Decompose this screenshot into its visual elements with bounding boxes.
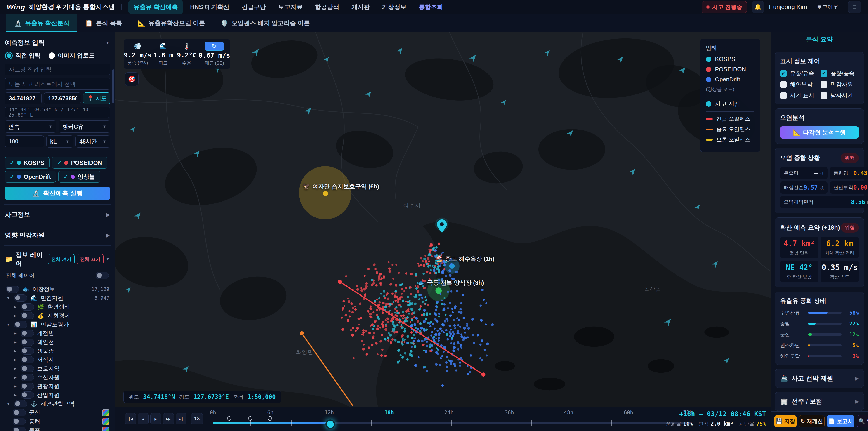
display-check-유향/유속[interactable]: ✓유향/유속 bbox=[780, 70, 818, 77]
layer-toggle[interactable] bbox=[21, 347, 34, 355]
layer-toggle[interactable] bbox=[6, 286, 19, 293]
layer-toggle[interactable] bbox=[21, 356, 34, 363]
playback-speed-button[interactable]: 1× bbox=[191, 413, 203, 425]
chevron-down-icon[interactable]: ▼ bbox=[6, 322, 11, 326]
owner-insurance-card[interactable]: 🏢 선주 / 보험 ▶ bbox=[775, 392, 864, 411]
layer-row-사회경제[interactable]: ▶💰사회경제 bbox=[4, 311, 110, 320]
all-layers-off-button[interactable]: 전체 끄기 bbox=[77, 254, 103, 264]
hamburger-menu-button[interactable]: ≡ bbox=[848, 1, 861, 13]
layer-toggle[interactable] bbox=[14, 400, 27, 407]
radio-direct-input[interactable]: 직접 입력 bbox=[5, 52, 40, 59]
chevron-right-icon[interactable]: ▶ bbox=[13, 305, 18, 309]
display-check-날짜시간[interactable]: 날짜시간 bbox=[820, 92, 859, 99]
layer-toggle[interactable] bbox=[13, 418, 26, 425]
layer-toggle[interactable] bbox=[21, 312, 34, 319]
duration-select[interactable]: 48시간 ▼ bbox=[75, 135, 110, 148]
transport-button-1[interactable]: ◀ bbox=[138, 413, 149, 425]
predict-section-header[interactable]: 예측정보 입력 ▼ bbox=[4, 37, 110, 49]
tab-오일펜스 배치 알고리즘 이론[interactable]: 🛡️오일펜스 배치 알고리즘 이론 bbox=[213, 14, 317, 32]
nav-item[interactable]: 통합조회 bbox=[414, 0, 448, 14]
layer-toggle[interactable] bbox=[21, 365, 34, 372]
model-chip-POSEIDON[interactable]: ✓POSEIDON bbox=[52, 157, 107, 168]
oil-type-select[interactable]: 벙커C유 ▼ bbox=[59, 120, 110, 133]
action-역추적[interactable]: 🔍역추적 bbox=[857, 415, 868, 427]
layer-toggle[interactable] bbox=[13, 427, 26, 431]
master-layer-toggle[interactable] bbox=[96, 272, 109, 279]
amount-input[interactable] bbox=[4, 135, 44, 147]
pick-on-map-button[interactable]: 📍 지도 bbox=[83, 92, 110, 104]
model-chip-OpenDrift[interactable]: ✓OpenDrift bbox=[4, 171, 56, 183]
layer-toggle[interactable] bbox=[14, 321, 27, 328]
nav-item[interactable]: 유출유 확산예측 bbox=[128, 0, 183, 14]
display-check-시간 표시[interactable]: 시간 표시 bbox=[780, 92, 818, 99]
display-check-해안부착[interactable]: 해안부착 bbox=[780, 81, 818, 88]
display-check-민감자원[interactable]: 민감자원 bbox=[820, 81, 859, 88]
transport-button-0[interactable]: |◀ bbox=[125, 413, 136, 425]
timeline-thumb[interactable] bbox=[326, 420, 335, 429]
sidebar-scrollbar[interactable] bbox=[112, 69, 114, 103]
layer-row-해안선[interactable]: ▶해안선 bbox=[4, 338, 110, 346]
incident-info-section[interactable]: 사고정보 ▶ bbox=[4, 209, 110, 220]
layer-row-군산[interactable]: 군산 bbox=[4, 408, 110, 417]
polygon-analysis-button[interactable]: 📐 다각형 분석수행 bbox=[780, 126, 859, 138]
chevron-right-icon[interactable]: ▶ bbox=[13, 314, 18, 318]
layer-row-생물종[interactable]: ▶생물종 bbox=[4, 346, 110, 355]
chevron-right-icon[interactable]: ▶ bbox=[13, 331, 18, 335]
chevron-right-icon[interactable]: ▶ bbox=[13, 358, 18, 362]
timeline-track[interactable] bbox=[213, 422, 692, 425]
nav-item[interactable]: 게시판 bbox=[346, 0, 375, 14]
display-check-풍향/풍속[interactable]: ✓풍향/풍속 bbox=[820, 70, 859, 77]
layer-row-수산자원[interactable]: ▶수산자원 bbox=[4, 373, 110, 382]
incident-active-badge[interactable]: 사고 진행중 bbox=[702, 1, 747, 13]
layer-row-해경관할구역[interactable]: ▼⚓해경관할구역 bbox=[4, 399, 110, 408]
action-저장[interactable]: 💾저장 bbox=[774, 415, 797, 427]
notifications-button[interactable]: 🔔 bbox=[752, 1, 764, 13]
transport-button-4[interactable]: ▶| bbox=[176, 413, 186, 425]
nav-item[interactable]: HNS·대기확산 bbox=[185, 0, 235, 14]
latitude-input[interactable] bbox=[4, 92, 41, 104]
action-보고서[interactable]: 📄보고서 bbox=[827, 415, 855, 427]
chevron-right-icon[interactable]: ▶ bbox=[13, 340, 18, 344]
layer-row-관광자원[interactable]: ▶관광자원 bbox=[4, 382, 110, 391]
layer-toggle[interactable] bbox=[21, 374, 34, 381]
logout-button[interactable]: 로그아웃 bbox=[812, 1, 843, 13]
layer-row-환경생태[interactable]: ▶🌿환경생태 bbox=[4, 302, 110, 311]
tab-유출유확산모델 이론[interactable]: 📐유출유확산모델 이론 bbox=[130, 14, 213, 32]
chevron-right-icon[interactable]: ▶ bbox=[13, 375, 18, 379]
layer-style-swatch[interactable] bbox=[102, 409, 110, 416]
tab-분석 목록[interactable]: 📋분석 목록 bbox=[77, 14, 129, 32]
chevron-right-icon[interactable]: ▶ bbox=[13, 367, 18, 371]
layer-row-민감도평가[interactable]: ▼📊민감도평가 bbox=[4, 320, 110, 329]
layer-row-보호지역[interactable]: ▶보호지역 bbox=[4, 364, 110, 373]
layer-row-어장정보[interactable]: 🐟어장정보17,129 bbox=[4, 285, 110, 294]
layer-row-민감자원[interactable]: ▼🌊민감자원3,947 bbox=[4, 294, 110, 302]
transport-button-2[interactable]: ▶ bbox=[150, 413, 161, 425]
analysis-summary-tab[interactable]: 분석 요약 bbox=[771, 32, 868, 47]
chevron-right-icon[interactable]: ▶ bbox=[13, 349, 18, 353]
layer-style-swatch[interactable] bbox=[102, 427, 110, 431]
chevron-down-icon[interactable]: ▼ bbox=[6, 296, 11, 300]
incident-name-input[interactable] bbox=[4, 63, 110, 75]
layer-toggle[interactable] bbox=[21, 339, 34, 346]
transport-button-3[interactable]: ▶▶ bbox=[163, 413, 174, 425]
layer-row-서식지[interactable]: ▶서식지 bbox=[4, 355, 110, 364]
vessel-spec-card[interactable]: 🚢 사고 선박 제원 ▶ bbox=[775, 369, 864, 388]
map-canvas[interactable]: 💨9.2 m/s풍속 (SW)🌊1.8 m파고🌡️9.2°C수온↻0.67 m/… bbox=[115, 32, 771, 407]
recenter-target-button[interactable]: 🎯 bbox=[125, 72, 138, 86]
all-layers-on-button[interactable]: 전체 켜기 bbox=[48, 254, 74, 264]
layer-toggle[interactable] bbox=[21, 330, 34, 337]
layer-toggle[interactable] bbox=[13, 409, 26, 416]
spill-type-select[interactable]: 연속 ▼ bbox=[4, 120, 56, 133]
chevron-down-icon[interactable]: ▼ bbox=[6, 402, 11, 406]
layer-row-동해[interactable]: 동해 bbox=[4, 417, 110, 426]
incident-list-input[interactable] bbox=[4, 78, 110, 90]
nav-item[interactable]: 보고자료 bbox=[273, 0, 308, 14]
nav-item[interactable]: 항공탐색 bbox=[310, 0, 344, 14]
model-chip-KOSPS[interactable]: ✓KOSPS bbox=[4, 157, 50, 168]
layer-toggle[interactable] bbox=[14, 295, 27, 302]
longitude-input[interactable] bbox=[44, 92, 81, 104]
layer-row-계절별[interactable]: ▶계절별 bbox=[4, 329, 110, 338]
unit-select[interactable]: kL ▼ bbox=[46, 135, 73, 148]
layer-row-산업자원[interactable]: ▶산업자원 bbox=[4, 391, 110, 399]
chevron-right-icon[interactable]: ▶ bbox=[13, 384, 18, 388]
